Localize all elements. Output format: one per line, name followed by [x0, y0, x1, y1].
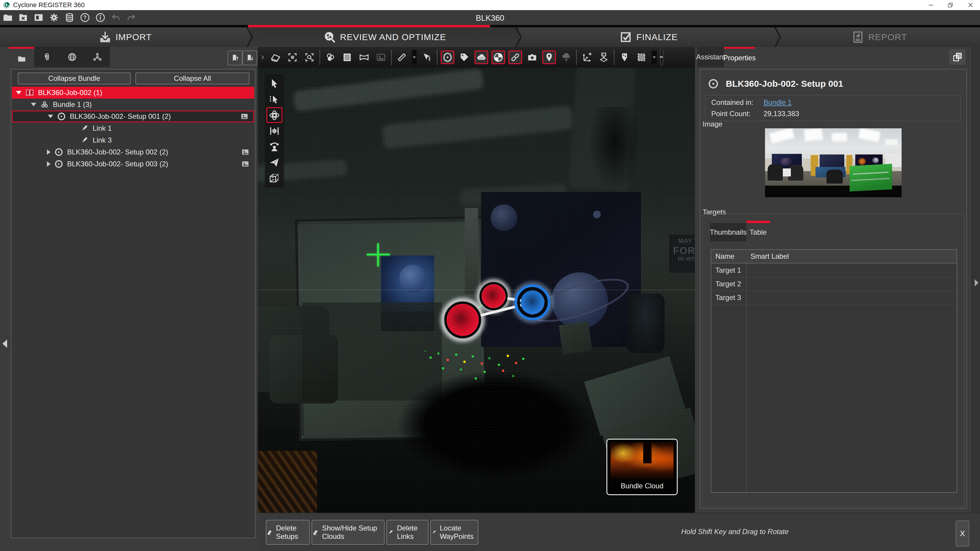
tab-assistant[interactable]: Assistant	[697, 47, 724, 67]
cloud-filter-button[interactable]	[559, 51, 573, 64]
fly-tool[interactable]	[266, 154, 282, 170]
point-cloud-view[interactable]: MAY T FORC BE WITH	[258, 68, 695, 513]
orbit-tool[interactable]	[266, 107, 282, 123]
tab-finalize[interactable]: FINALIZE	[519, 27, 778, 47]
collapse-bundle-button-small[interactable]	[242, 51, 257, 65]
tree-row-setup-003[interactable]: BLK360-Job-002- Setup 003 (2)	[12, 158, 254, 170]
delete-links-button[interactable]: Delete Links	[387, 520, 428, 545]
collapse-all-button[interactable]: Collapse All	[135, 72, 250, 84]
view-cube-tool[interactable]	[266, 170, 282, 186]
ruler-icon	[396, 52, 407, 63]
fit-view-button[interactable]	[286, 51, 299, 64]
tree-row-bundle[interactable]: Bundle 1 (3)	[12, 99, 254, 110]
zoom-region-button[interactable]	[302, 51, 316, 64]
collapse-bundle-button[interactable]: Collapse Bundle	[18, 72, 130, 84]
setup-marker-red-2[interactable]	[479, 281, 508, 311]
cloud-color-button[interactable]	[323, 51, 337, 64]
collapse-left-panel-arrow[interactable]	[2, 339, 7, 348]
image-icon[interactable]	[240, 159, 251, 169]
contained-in-link[interactable]: Bundle 1	[764, 98, 792, 107]
tree-row-project[interactable]: BLK360-Job-002 (1)	[12, 87, 254, 99]
delete-setups-button[interactable]: Delete Setups	[266, 520, 310, 545]
tab-import[interactable]: IMPORT	[0, 27, 250, 47]
tree-row-link-1[interactable]: Link 1	[12, 123, 254, 134]
image-view-button[interactable]	[374, 51, 388, 64]
tab-review-and-optimize[interactable]: REVIEW AND OPTIMIZE	[250, 27, 519, 47]
help-button[interactable]: ?	[77, 11, 93, 24]
toggle-waypoints[interactable]	[542, 51, 556, 64]
measure-button[interactable]	[395, 51, 409, 64]
toggle-links[interactable]	[508, 51, 522, 64]
expander-right-icon[interactable]	[47, 150, 51, 155]
close-button[interactable]	[962, 0, 979, 10]
panorama-view-button[interactable]	[357, 51, 371, 64]
tree-row-setup-002[interactable]: BLK360-Job-002- Setup 002 (2)	[12, 146, 254, 158]
storage-button[interactable]	[62, 11, 77, 24]
clip-box-button[interactable]	[269, 51, 282, 64]
toggle-setup-clouds[interactable]	[474, 51, 488, 64]
measure-options-dropdown[interactable]	[412, 50, 417, 65]
expander-right-icon[interactable]	[47, 161, 51, 167]
pan-tool[interactable]	[266, 123, 282, 139]
tab-report[interactable]: REPORT	[778, 27, 980, 47]
import-data-button[interactable]	[31, 11, 46, 24]
multi-select-tool[interactable]	[266, 91, 282, 107]
tab-attachments[interactable]	[34, 47, 59, 67]
toggle-setup-markers[interactable]	[441, 51, 454, 64]
project-book-icon	[25, 88, 35, 97]
tab-map-view[interactable]	[59, 47, 84, 67]
pick-point-button[interactable]	[420, 51, 434, 64]
add-label-button[interactable]	[618, 51, 632, 64]
about-button[interactable]	[93, 11, 108, 24]
close-project-button[interactable]	[16, 11, 31, 24]
rectangle-select-button[interactable]	[635, 51, 648, 64]
expander-down-icon[interactable]	[16, 91, 21, 94]
restore-button[interactable]	[942, 0, 959, 10]
tab-thumbnails[interactable]: Thumbnails	[710, 223, 746, 242]
import-icon	[98, 30, 112, 44]
tab-table[interactable]: Table	[746, 223, 770, 242]
expander-down-icon[interactable]	[31, 103, 36, 106]
bookmark-up-icon	[231, 54, 239, 62]
tab-graph-view[interactable]	[84, 47, 110, 67]
select-tool[interactable]	[266, 76, 282, 91]
look-around-tool[interactable]	[266, 139, 282, 154]
toggle-images[interactable]	[525, 51, 539, 64]
locate-waypoints-button[interactable]: Locate WayPoints	[430, 520, 479, 545]
expand-right-panel-arrow[interactable]	[975, 279, 978, 286]
select-options-dropdown[interactable]	[652, 51, 657, 64]
minimize-button[interactable]	[922, 0, 940, 10]
redo-button[interactable]	[124, 11, 139, 24]
add-coordinate-system-button[interactable]	[580, 51, 593, 64]
extract-ground-plane-button[interactable]	[597, 51, 611, 64]
tree-row-link-3[interactable]: Link 3	[12, 134, 254, 146]
setup-panorama-image[interactable]	[765, 128, 902, 197]
tree-row-setup-001[interactable]: BLK360-Job-002- Setup 001 (2)	[12, 110, 254, 123]
show-hide-setup-clouds-button[interactable]: Show/Hide Setup Clouds	[312, 520, 385, 545]
tab-review-label: REVIEW AND OPTIMIZE	[340, 32, 446, 42]
toggle-tags[interactable]	[458, 51, 471, 64]
undo-button[interactable]	[108, 11, 124, 24]
open-project-button[interactable]	[0, 11, 16, 24]
tab-project-explorer[interactable]	[9, 47, 34, 69]
image-icon[interactable]	[239, 112, 250, 121]
tab-properties[interactable]: Properties	[724, 47, 755, 67]
toolbar-overflow-icon[interactable]	[259, 53, 266, 62]
setup-marker-red-1[interactable]	[443, 300, 482, 339]
table-row-target-3[interactable]: Target 3	[711, 291, 956, 305]
project-tree: Collapse Bundle Collapse All BLK360-Job-…	[11, 69, 255, 538]
image-icon[interactable]	[240, 148, 251, 156]
close-view-button[interactable]: X	[956, 521, 969, 546]
setup-marker-blue[interactable]	[514, 284, 551, 321]
table-row-target-2[interactable]: Target 2	[711, 277, 956, 291]
expand-bundle-button[interactable]	[228, 51, 242, 65]
toggle-bw-targets[interactable]	[492, 51, 505, 64]
solid-view-button[interactable]	[340, 51, 354, 64]
review-icon	[323, 30, 336, 44]
bundle-cloud-thumbnail[interactable]: Bundle Cloud	[606, 439, 678, 495]
settings-button[interactable]	[46, 11, 62, 24]
expander-down-icon[interactable]	[48, 115, 53, 118]
table-row-target-1[interactable]: Target 1	[711, 263, 956, 277]
panel-layout-button[interactable]	[949, 49, 966, 65]
toolbar-slider[interactable]	[660, 49, 663, 66]
